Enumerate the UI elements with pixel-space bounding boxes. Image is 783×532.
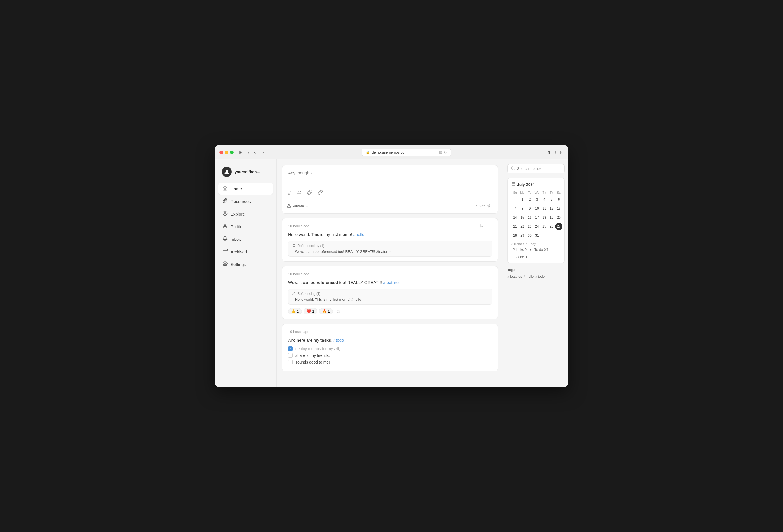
sidebar-item-settings[interactable]: Settings — [218, 259, 273, 270]
calendar-day[interactable]: 28 — [511, 231, 519, 240]
sidebar-toggle-button[interactable]: ⊞ — [237, 149, 244, 156]
calendar-day[interactable]: 14 — [511, 213, 519, 222]
visibility-label: Private — [292, 204, 304, 208]
reload-icon[interactable]: ↻ — [444, 150, 447, 154]
calendar-day[interactable]: 3 — [533, 195, 541, 204]
search-icon — [511, 166, 515, 171]
share-button[interactable]: ⬆ — [547, 149, 551, 155]
add-reaction-button[interactable]: ☺ — [335, 308, 342, 314]
calendar-title: July 2024 — [511, 182, 535, 187]
sidebar-item-archived[interactable]: Archived — [218, 246, 273, 258]
tag-button[interactable]: # — [287, 189, 292, 197]
memo-tag[interactable]: #hello — [353, 232, 364, 237]
calendar-day[interactable]: 18 — [541, 213, 548, 222]
calendar-day[interactable]: 1 — [519, 195, 526, 204]
calendar-day[interactable]: 16 — [526, 213, 533, 222]
todo-checkbox[interactable] — [288, 360, 292, 365]
sidebar-item-explore[interactable]: Explore — [218, 208, 273, 220]
translate-icon[interactable]: ⊞ — [439, 150, 442, 154]
todo-checkbox[interactable]: ✓ — [288, 346, 292, 351]
todo-label: sounds good to me! — [295, 360, 330, 365]
stats-row: Links 0 To-do 0/1 Code 0 — [511, 248, 561, 259]
sidebar-item-label: Archived — [231, 249, 247, 254]
calendar-day[interactable]: 9 — [526, 204, 533, 213]
calendar-day[interactable]: 30 — [526, 231, 533, 240]
forward-button[interactable]: › — [261, 149, 265, 156]
minimize-button[interactable] — [225, 151, 228, 154]
tab-overview-button[interactable]: ⊡ — [560, 149, 564, 155]
calendar-day[interactable]: 2 — [526, 195, 533, 204]
calendar-day[interactable]: 27 — [555, 222, 562, 231]
calendar-day[interactable]: 15 — [519, 213, 526, 222]
more-options-button[interactable]: ⋯ — [487, 328, 492, 335]
visibility-selector[interactable]: Private ⌄ — [287, 204, 309, 208]
calendar-icon — [511, 182, 515, 187]
calendar-day — [555, 231, 562, 240]
bookmark-button[interactable] — [479, 223, 484, 229]
calendar-day[interactable]: 19 — [548, 213, 555, 222]
archived-icon — [222, 249, 228, 255]
todo-checkbox[interactable] — [288, 353, 292, 358]
memo-tag[interactable]: #todo — [334, 338, 344, 343]
calendar-day[interactable]: 6 — [555, 195, 562, 204]
todo-button[interactable] — [295, 189, 303, 197]
calendar-day[interactable]: 5 — [548, 195, 555, 204]
calendar-day[interactable]: 21 — [511, 222, 519, 231]
sidebar-item-inbox[interactable]: Inbox — [218, 233, 273, 245]
reaction-heart[interactable]: ❤️ 1 — [304, 308, 317, 314]
tags-header: Tags ⋯ — [507, 267, 565, 273]
maximize-button[interactable] — [230, 151, 234, 154]
calendar-header: July 2024 — [511, 182, 561, 187]
user-profile[interactable]: yourselfhos... — [218, 164, 273, 180]
memo-text-pre: Wow, it can be — [288, 280, 316, 285]
calendar-day — [548, 231, 555, 240]
calendar-day[interactable]: 23 — [526, 222, 533, 231]
attachment-button[interactable] — [306, 189, 313, 197]
tag-chip[interactable]: # todo — [535, 275, 544, 279]
new-tab-button[interactable]: ＋ — [553, 149, 558, 155]
reference-box: Referencing (1) Hello world. This is my … — [288, 289, 492, 305]
calendar-day[interactable]: 26 — [548, 222, 555, 231]
tags-more-button[interactable]: ⋯ — [560, 267, 565, 273]
more-options-button[interactable]: ⋯ — [487, 271, 492, 277]
calendar-weekday: Tu — [526, 190, 533, 195]
reaction-fire[interactable]: 🔥 1 — [319, 308, 333, 314]
tag-chip[interactable]: # hello — [524, 275, 534, 279]
calendar-day[interactable]: 11 — [541, 204, 548, 213]
calendar-day[interactable]: 12 — [548, 204, 555, 213]
calendar-day[interactable]: 7 — [511, 204, 519, 213]
sidebar-item-resources[interactable]: Resources — [218, 196, 273, 207]
todo-item: ✓ deploy memos for myself; — [288, 346, 492, 351]
memo-content: And here are my tasks. #todo — [288, 337, 492, 344]
calendar-day[interactable]: 20 — [555, 213, 562, 222]
close-button[interactable] — [219, 151, 223, 154]
calendar-day[interactable]: 17 — [533, 213, 541, 222]
search-input[interactable] — [517, 166, 561, 171]
back-button[interactable]: ‹ — [252, 149, 257, 156]
calendar-day[interactable]: 4 — [541, 195, 548, 204]
calendar-day[interactable]: 24 — [533, 222, 541, 231]
url-display[interactable]: 🔒 demo.usememos.com ⊞ ↻ — [362, 149, 451, 156]
reaction-thumbsup[interactable]: 👍 1 — [288, 308, 302, 314]
sidebar-item-profile[interactable]: Profile — [218, 221, 273, 232]
calendar-month-year: July 2024 — [517, 182, 535, 187]
calendar-day[interactable]: 31 — [533, 231, 541, 240]
calendar-day[interactable]: 10 — [533, 204, 541, 213]
link-button[interactable] — [317, 189, 324, 197]
calendar-day[interactable]: 22 — [519, 222, 526, 231]
calendar-day[interactable]: 13 — [555, 204, 562, 213]
sidebar-item-home[interactable]: Home — [218, 183, 273, 194]
composer-input[interactable] — [282, 165, 498, 185]
calendar-weekday: Th — [541, 190, 548, 195]
calendar-day[interactable]: 25 — [541, 222, 548, 231]
more-options-button[interactable]: ⋯ — [487, 223, 492, 229]
save-button[interactable]: Save — [473, 202, 493, 210]
todo-label: To-do 0/1 — [534, 248, 549, 252]
calendar-day[interactable]: 8 — [519, 204, 526, 213]
svg-point-0 — [226, 169, 228, 172]
memo-text-post: too! REALLY GREAT!!! — [338, 280, 383, 285]
settings-icon — [222, 261, 228, 268]
calendar-day[interactable]: 29 — [519, 231, 526, 240]
memo-tag[interactable]: #features — [383, 280, 401, 285]
tag-chip[interactable]: # features — [507, 275, 522, 279]
